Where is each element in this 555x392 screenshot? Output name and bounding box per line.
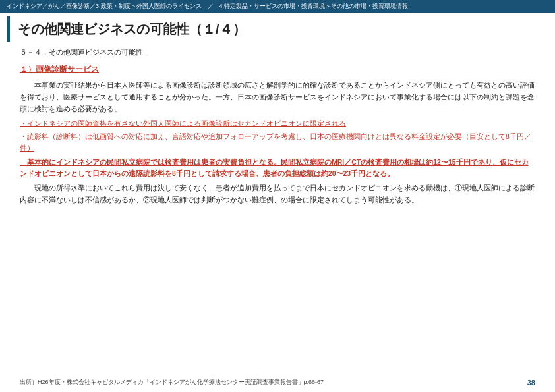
bullet-1: ・インドネシアの医師資格を有さない外国人医師による画像診断はセカンドオピニオンに… — [20, 118, 535, 129]
subsection-heading: １）画像診断サービス — [20, 63, 535, 76]
breadcrumb: インドネシア／がん／画像診断／3.政策・制度＞外国人医師のライセンス ／ 4.特… — [0, 0, 555, 13]
title-section: その他関連ビジネスの可能性（１/４） — [7, 16, 548, 42]
bullet-2: ・読影料（診断料）は低画質への対応に加え、言語対応や追加フォローアップを考慮し、… — [20, 131, 535, 154]
footer: 出所）H26年度・株式会社キャピタルメディカ「インドネシアがん化学療法センター実… — [20, 378, 535, 387]
paragraph-2: 現地の所得水準においてこれら費用は決して安くなく、患者が追加費用を払ってまで日本… — [20, 182, 535, 206]
section-heading: ５－４．その他関連ビジネスの可能性 — [20, 46, 535, 58]
paragraph-1: 本事業の実証結果から日本人医師等による画像診断は診断領域の広さと解剖学的に的確な… — [20, 80, 535, 115]
page-title: その他関連ビジネスの可能性（１/４） — [18, 22, 246, 36]
footer-source: 出所）H26年度・株式会社キャピタルメディカ「インドネシアがん化学療法センター実… — [20, 378, 324, 387]
page-number: 38 — [527, 379, 535, 387]
highlight-paragraph: 基本的にインドネシアの民間私立病院では検査費用は患者の実費負担となる。民間私立病… — [20, 157, 535, 181]
main-content: ５－４．その他関連ビジネスの可能性 １）画像診断サービス 本事業の実証結果から日… — [0, 42, 555, 213]
